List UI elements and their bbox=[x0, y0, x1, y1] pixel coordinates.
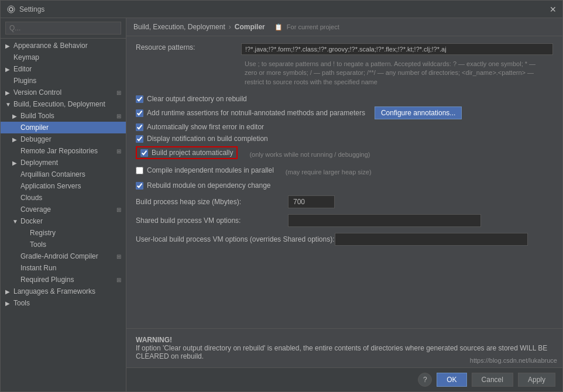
sidebar-item-languages[interactable]: ▶ Languages & Frameworks bbox=[1, 286, 126, 297]
sidebar-item-label: Tools bbox=[13, 299, 121, 307]
sidebar-item-keymap[interactable]: Keymap bbox=[1, 51, 126, 63]
sidebar-item-label: Keymap bbox=[13, 53, 121, 61]
checkbox-auto-show: Automatically show first error in editor bbox=[136, 123, 553, 131]
sidebar-item-appearance[interactable]: ▶ Appearance & Behavior bbox=[1, 40, 126, 51]
add-runtime-checkbox[interactable] bbox=[136, 109, 143, 117]
external-icon: ⊞ bbox=[116, 113, 121, 119]
expand-arrow: ▶ bbox=[12, 113, 20, 119]
title-bar: Settings ✕ bbox=[1, 1, 562, 18]
settings-window: Settings ✕ ▶ Appearance & Behavior Keyma… bbox=[0, 0, 563, 392]
footer: ? OK Cancel Apply bbox=[126, 367, 562, 391]
checkbox-add-runtime: Add runtime assertions for notnull-annot… bbox=[136, 106, 553, 119]
sidebar-item-label: Coverage bbox=[20, 205, 114, 214]
breadcrumb: Build, Execution, Deployment › Compiler … bbox=[126, 18, 562, 36]
heap-size-row: Build process heap size (Mbytes): bbox=[136, 195, 553, 208]
sidebar-item-deployment[interactable]: ▶ Deployment bbox=[1, 157, 126, 169]
expand-arrow: ▶ bbox=[5, 43, 13, 49]
main-panel: Build, Execution, Deployment › Compiler … bbox=[126, 18, 562, 391]
compile-parallel-note: (may require larger heap size) bbox=[286, 169, 372, 176]
sidebar-item-clouds[interactable]: Clouds bbox=[1, 192, 126, 204]
apply-button[interactable]: Apply bbox=[518, 373, 555, 387]
sidebar-item-editor[interactable]: ▶ Editor bbox=[1, 63, 126, 75]
svg-point-1 bbox=[8, 6, 15, 13]
sidebar-item-registry[interactable]: Registry bbox=[1, 227, 126, 239]
warning-box: WARNING! If option 'Clear output directo… bbox=[126, 328, 562, 367]
expand-arrow: ▶ bbox=[12, 160, 20, 166]
auto-show-checkbox[interactable] bbox=[136, 123, 143, 131]
sidebar-item-remote-jar[interactable]: Remote Jar Repositories ⊞ bbox=[1, 145, 126, 157]
sidebar-item-coverage[interactable]: Coverage ⊞ bbox=[1, 204, 126, 215]
project-icon: 📋 bbox=[274, 23, 283, 30]
checkbox-rebuild-module: Rebuild module on dependency change bbox=[136, 181, 553, 190]
sidebar-item-label: Application Servers bbox=[20, 182, 121, 190]
sidebar-item-instant-run[interactable]: Instant Run bbox=[1, 262, 126, 274]
sidebar-item-app-servers[interactable]: Application Servers bbox=[1, 180, 126, 192]
resource-patterns-row: Resource patterns: Use ; to separate pat… bbox=[136, 43, 553, 89]
sidebar-item-version-control[interactable]: ▶ Version Control ⊞ bbox=[1, 87, 126, 98]
sidebar-item-label: Docker bbox=[20, 217, 121, 225]
ok-button[interactable]: OK bbox=[437, 373, 466, 387]
expand-arrow: ▶ bbox=[5, 288, 13, 295]
configure-annotations-button[interactable]: Configure annotations... bbox=[375, 106, 462, 119]
user-local-vm-input[interactable] bbox=[335, 233, 528, 246]
breadcrumb-current: Compiler bbox=[235, 23, 265, 31]
compile-parallel-checkbox[interactable] bbox=[136, 167, 143, 174]
compile-parallel-label: Compile independent modules in parallel bbox=[147, 166, 274, 174]
breadcrumb-separator: › bbox=[229, 23, 231, 31]
external-icon: ⊞ bbox=[116, 253, 121, 260]
project-label: 📋 For current project bbox=[274, 23, 339, 31]
add-runtime-label: Add runtime assertions for notnull-annot… bbox=[147, 109, 365, 117]
external-icon: ⊞ bbox=[116, 90, 121, 96]
sidebar-item-label: Build, Execution, Deployment bbox=[13, 100, 121, 108]
sidebar-item-label: Remote Jar Repositories bbox=[20, 147, 114, 155]
sidebar-item-label: Languages & Frameworks bbox=[13, 287, 121, 295]
sidebar-item-tools[interactable]: ▶ Tools bbox=[1, 297, 126, 309]
build-auto-note: (only works while not running / debuggin… bbox=[249, 151, 370, 158]
rebuild-module-label: Rebuild module on dependency change bbox=[147, 181, 271, 190]
sidebar-item-label: Appearance & Behavior bbox=[13, 42, 121, 50]
sidebar-item-label: Debugger bbox=[20, 135, 121, 143]
sidebar-item-build-tools[interactable]: ▶ Build Tools ⊞ bbox=[1, 110, 126, 122]
sidebar-item-build-exec[interactable]: ▼ Build, Execution, Deployment bbox=[1, 98, 126, 110]
sidebar: ▶ Appearance & Behavior Keymap ▶ Editor … bbox=[1, 18, 126, 391]
sidebar-item-label: Required Plugins bbox=[20, 276, 114, 284]
resource-patterns-input[interactable] bbox=[241, 43, 553, 55]
heap-size-label: Build process heap size (Mbytes): bbox=[136, 198, 288, 206]
search-input[interactable] bbox=[5, 22, 121, 35]
sidebar-item-arquillian[interactable]: Arquillian Containers bbox=[1, 169, 126, 180]
sidebar-item-label: Build Tools bbox=[20, 112, 114, 120]
user-local-vm-row: User-local build process VM options (ove… bbox=[136, 233, 553, 246]
shared-vm-input[interactable] bbox=[288, 214, 481, 227]
window-title: Settings bbox=[19, 5, 550, 13]
sidebar-item-debugger[interactable]: ▶ Debugger bbox=[1, 133, 126, 145]
sidebar-item-tools-docker[interactable]: Tools bbox=[1, 239, 126, 250]
sidebar-item-label: Gradle-Android Compiler bbox=[20, 252, 114, 260]
resource-patterns-value: Use ; to separate patterns and ! to nega… bbox=[241, 43, 553, 89]
checkbox-display-notification: Display notification on build completion bbox=[136, 135, 553, 143]
sidebar-item-label: Editor bbox=[13, 65, 121, 73]
cancel-button[interactable]: Cancel bbox=[472, 373, 513, 387]
sidebar-item-gradle-android[interactable]: Gradle-Android Compiler ⊞ bbox=[1, 250, 126, 262]
sidebar-tree: ▶ Appearance & Behavior Keymap ▶ Editor … bbox=[1, 39, 126, 391]
sidebar-item-label: Compiler bbox=[20, 123, 121, 132]
clear-output-label: Clear output directory on rebuild bbox=[147, 95, 247, 103]
checkbox-clear-output: Clear output directory on rebuild bbox=[136, 95, 553, 103]
help-button[interactable]: ? bbox=[418, 373, 432, 387]
sidebar-item-docker[interactable]: ▼ Docker bbox=[1, 215, 126, 227]
sidebar-item-label: Deployment bbox=[20, 159, 121, 167]
expand-arrow: ▼ bbox=[12, 218, 20, 225]
external-icon: ⊞ bbox=[116, 148, 121, 154]
sidebar-item-plugins[interactable]: Plugins bbox=[1, 75, 126, 87]
build-auto-checkbox[interactable] bbox=[140, 149, 148, 157]
sidebar-item-label: Arquillian Containers bbox=[20, 170, 121, 178]
heap-size-input[interactable] bbox=[288, 195, 335, 208]
display-notification-checkbox[interactable] bbox=[136, 135, 143, 143]
shared-vm-label: Shared build process VM options: bbox=[136, 216, 288, 225]
sidebar-item-compiler[interactable]: Compiler bbox=[1, 122, 126, 133]
auto-show-label: Automatically show first error in editor bbox=[147, 123, 264, 131]
expand-arrow: ▼ bbox=[5, 101, 13, 108]
close-button[interactable]: ✕ bbox=[550, 5, 557, 14]
rebuild-module-checkbox[interactable] bbox=[136, 182, 143, 190]
clear-output-checkbox[interactable] bbox=[136, 95, 143, 103]
sidebar-item-required-plugins[interactable]: Required Plugins ⊞ bbox=[1, 274, 126, 286]
